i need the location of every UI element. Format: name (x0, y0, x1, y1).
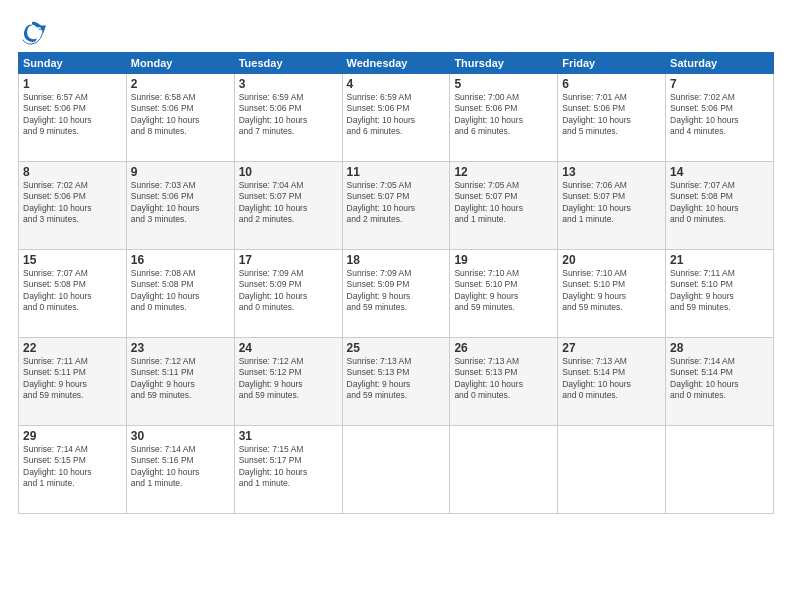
day-number: 12 (454, 165, 553, 179)
day-info: Sunrise: 7:11 AM Sunset: 5:11 PM Dayligh… (23, 356, 122, 402)
calendar-day-cell: 3Sunrise: 6:59 AM Sunset: 5:06 PM Daylig… (234, 74, 342, 162)
day-info: Sunrise: 7:09 AM Sunset: 5:09 PM Dayligh… (347, 268, 446, 314)
day-number: 18 (347, 253, 446, 267)
calendar-day-cell: 11Sunrise: 7:05 AM Sunset: 5:07 PM Dayli… (342, 162, 450, 250)
weekday-header-tuesday: Tuesday (234, 53, 342, 74)
calendar-day-cell (666, 426, 774, 514)
day-info: Sunrise: 6:59 AM Sunset: 5:06 PM Dayligh… (347, 92, 446, 138)
day-info: Sunrise: 7:05 AM Sunset: 5:07 PM Dayligh… (454, 180, 553, 226)
day-number: 26 (454, 341, 553, 355)
day-number: 16 (131, 253, 230, 267)
calendar-day-cell: 13Sunrise: 7:06 AM Sunset: 5:07 PM Dayli… (558, 162, 666, 250)
day-info: Sunrise: 7:05 AM Sunset: 5:07 PM Dayligh… (347, 180, 446, 226)
day-info: Sunrise: 7:04 AM Sunset: 5:07 PM Dayligh… (239, 180, 338, 226)
calendar-day-cell: 9Sunrise: 7:03 AM Sunset: 5:06 PM Daylig… (126, 162, 234, 250)
calendar-day-cell: 26Sunrise: 7:13 AM Sunset: 5:13 PM Dayli… (450, 338, 558, 426)
weekday-header-wednesday: Wednesday (342, 53, 450, 74)
day-info: Sunrise: 7:03 AM Sunset: 5:06 PM Dayligh… (131, 180, 230, 226)
day-number: 1 (23, 77, 122, 91)
header (18, 18, 774, 46)
calendar-day-cell: 8Sunrise: 7:02 AM Sunset: 5:06 PM Daylig… (19, 162, 127, 250)
calendar-day-cell (342, 426, 450, 514)
day-info: Sunrise: 7:13 AM Sunset: 5:14 PM Dayligh… (562, 356, 661, 402)
calendar-day-cell: 7Sunrise: 7:02 AM Sunset: 5:06 PM Daylig… (666, 74, 774, 162)
day-number: 14 (670, 165, 769, 179)
day-info: Sunrise: 6:58 AM Sunset: 5:06 PM Dayligh… (131, 92, 230, 138)
calendar-day-cell: 5Sunrise: 7:00 AM Sunset: 5:06 PM Daylig… (450, 74, 558, 162)
calendar-day-cell: 2Sunrise: 6:58 AM Sunset: 5:06 PM Daylig… (126, 74, 234, 162)
page: SundayMondayTuesdayWednesdayThursdayFrid… (0, 0, 792, 612)
calendar-day-cell: 28Sunrise: 7:14 AM Sunset: 5:14 PM Dayli… (666, 338, 774, 426)
day-number: 4 (347, 77, 446, 91)
weekday-header-sunday: Sunday (19, 53, 127, 74)
calendar-day-cell: 1Sunrise: 6:57 AM Sunset: 5:06 PM Daylig… (19, 74, 127, 162)
day-number: 21 (670, 253, 769, 267)
day-number: 7 (670, 77, 769, 91)
weekday-header-friday: Friday (558, 53, 666, 74)
calendar-day-cell: 16Sunrise: 7:08 AM Sunset: 5:08 PM Dayli… (126, 250, 234, 338)
day-info: Sunrise: 7:07 AM Sunset: 5:08 PM Dayligh… (23, 268, 122, 314)
calendar-day-cell: 29Sunrise: 7:14 AM Sunset: 5:15 PM Dayli… (19, 426, 127, 514)
day-info: Sunrise: 7:08 AM Sunset: 5:08 PM Dayligh… (131, 268, 230, 314)
day-info: Sunrise: 7:12 AM Sunset: 5:12 PM Dayligh… (239, 356, 338, 402)
calendar-day-cell: 10Sunrise: 7:04 AM Sunset: 5:07 PM Dayli… (234, 162, 342, 250)
day-info: Sunrise: 6:59 AM Sunset: 5:06 PM Dayligh… (239, 92, 338, 138)
day-number: 13 (562, 165, 661, 179)
calendar-day-cell: 17Sunrise: 7:09 AM Sunset: 5:09 PM Dayli… (234, 250, 342, 338)
calendar-week-row: 29Sunrise: 7:14 AM Sunset: 5:15 PM Dayli… (19, 426, 774, 514)
day-number: 22 (23, 341, 122, 355)
day-info: Sunrise: 7:11 AM Sunset: 5:10 PM Dayligh… (670, 268, 769, 314)
calendar-day-cell: 21Sunrise: 7:11 AM Sunset: 5:10 PM Dayli… (666, 250, 774, 338)
calendar-day-cell: 18Sunrise: 7:09 AM Sunset: 5:09 PM Dayli… (342, 250, 450, 338)
day-info: Sunrise: 7:14 AM Sunset: 5:16 PM Dayligh… (131, 444, 230, 490)
day-info: Sunrise: 7:09 AM Sunset: 5:09 PM Dayligh… (239, 268, 338, 314)
calendar-header: SundayMondayTuesdayWednesdayThursdayFrid… (19, 53, 774, 74)
calendar-day-cell (558, 426, 666, 514)
day-info: Sunrise: 7:00 AM Sunset: 5:06 PM Dayligh… (454, 92, 553, 138)
day-number: 8 (23, 165, 122, 179)
day-info: Sunrise: 7:14 AM Sunset: 5:14 PM Dayligh… (670, 356, 769, 402)
calendar-body: 1Sunrise: 6:57 AM Sunset: 5:06 PM Daylig… (19, 74, 774, 514)
day-number: 20 (562, 253, 661, 267)
day-info: Sunrise: 7:01 AM Sunset: 5:06 PM Dayligh… (562, 92, 661, 138)
day-info: Sunrise: 7:06 AM Sunset: 5:07 PM Dayligh… (562, 180, 661, 226)
day-number: 31 (239, 429, 338, 443)
calendar-day-cell: 31Sunrise: 7:15 AM Sunset: 5:17 PM Dayli… (234, 426, 342, 514)
weekday-header-row: SundayMondayTuesdayWednesdayThursdayFrid… (19, 53, 774, 74)
calendar-day-cell: 15Sunrise: 7:07 AM Sunset: 5:08 PM Dayli… (19, 250, 127, 338)
day-number: 6 (562, 77, 661, 91)
logo-icon (18, 18, 46, 46)
calendar-day-cell: 19Sunrise: 7:10 AM Sunset: 5:10 PM Dayli… (450, 250, 558, 338)
calendar-day-cell: 4Sunrise: 6:59 AM Sunset: 5:06 PM Daylig… (342, 74, 450, 162)
day-number: 15 (23, 253, 122, 267)
calendar-week-row: 15Sunrise: 7:07 AM Sunset: 5:08 PM Dayli… (19, 250, 774, 338)
day-info: Sunrise: 7:12 AM Sunset: 5:11 PM Dayligh… (131, 356, 230, 402)
day-number: 25 (347, 341, 446, 355)
day-number: 19 (454, 253, 553, 267)
day-number: 10 (239, 165, 338, 179)
weekday-header-saturday: Saturday (666, 53, 774, 74)
day-number: 27 (562, 341, 661, 355)
day-info: Sunrise: 6:57 AM Sunset: 5:06 PM Dayligh… (23, 92, 122, 138)
day-number: 2 (131, 77, 230, 91)
day-info: Sunrise: 7:15 AM Sunset: 5:17 PM Dayligh… (239, 444, 338, 490)
calendar-day-cell: 25Sunrise: 7:13 AM Sunset: 5:13 PM Dayli… (342, 338, 450, 426)
calendar-day-cell: 12Sunrise: 7:05 AM Sunset: 5:07 PM Dayli… (450, 162, 558, 250)
calendar-week-row: 22Sunrise: 7:11 AM Sunset: 5:11 PM Dayli… (19, 338, 774, 426)
calendar-day-cell: 14Sunrise: 7:07 AM Sunset: 5:08 PM Dayli… (666, 162, 774, 250)
day-info: Sunrise: 7:02 AM Sunset: 5:06 PM Dayligh… (670, 92, 769, 138)
day-number: 23 (131, 341, 230, 355)
day-info: Sunrise: 7:02 AM Sunset: 5:06 PM Dayligh… (23, 180, 122, 226)
day-info: Sunrise: 7:07 AM Sunset: 5:08 PM Dayligh… (670, 180, 769, 226)
day-number: 17 (239, 253, 338, 267)
calendar-day-cell: 27Sunrise: 7:13 AM Sunset: 5:14 PM Dayli… (558, 338, 666, 426)
day-info: Sunrise: 7:14 AM Sunset: 5:15 PM Dayligh… (23, 444, 122, 490)
day-number: 3 (239, 77, 338, 91)
day-number: 24 (239, 341, 338, 355)
day-info: Sunrise: 7:10 AM Sunset: 5:10 PM Dayligh… (454, 268, 553, 314)
day-info: Sunrise: 7:13 AM Sunset: 5:13 PM Dayligh… (454, 356, 553, 402)
day-number: 28 (670, 341, 769, 355)
calendar-day-cell: 6Sunrise: 7:01 AM Sunset: 5:06 PM Daylig… (558, 74, 666, 162)
day-info: Sunrise: 7:13 AM Sunset: 5:13 PM Dayligh… (347, 356, 446, 402)
calendar-day-cell: 24Sunrise: 7:12 AM Sunset: 5:12 PM Dayli… (234, 338, 342, 426)
